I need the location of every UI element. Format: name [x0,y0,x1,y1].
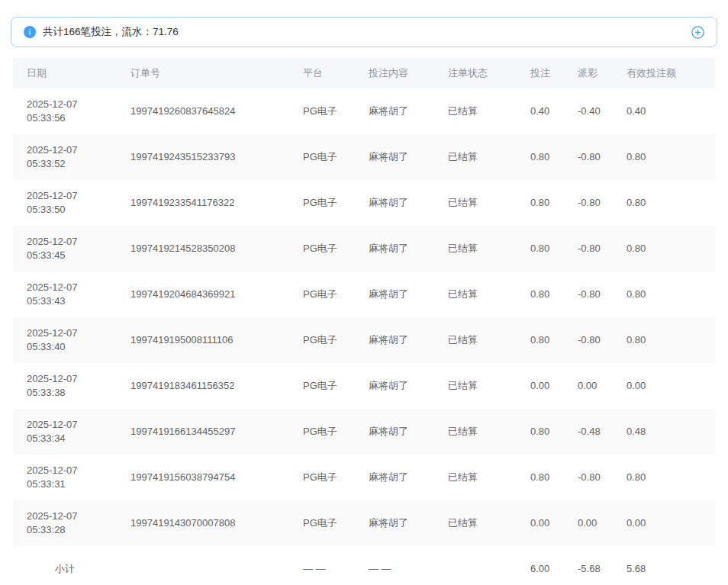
subtotal-row: 小计 — — — — 6.00 -5.68 5.68 [13,546,715,585]
header-content: 投注内容 [355,66,434,80]
table-row: 2025-12-0705:33:311997419156038794754PG电… [13,455,715,500]
cell-bet: 0.00 [517,379,564,393]
cell-date: 2025-12-0705:33:45 [13,235,117,262]
cell-valid: 0.80 [613,150,715,164]
cell-status: 已结算 [434,196,517,210]
cell-valid: 0.80 [613,242,715,256]
cell-status: 已结算 [434,242,517,256]
table-row: 2025-12-0705:33:401997419195008111106PG电… [13,317,715,363]
cell-platform: PG电子 [289,242,355,256]
cell-content: 麻将胡了 [355,379,434,393]
cell-payout: 0.00 [564,379,613,393]
cell-platform: PG电子 [289,288,355,301]
cell-content: 麻将胡了 [355,333,434,347]
expand-plus-icon[interactable] [691,25,704,39]
cell-bet: 0.80 [517,150,564,164]
summary-banner: i 共计166笔投注，流水：71.76 [11,17,717,47]
bets-table: 日期 订单号 平台 投注内容 注单状态 投注 派彩 有效投注额 2025-12-… [13,58,715,585]
table-row: 2025-12-0705:33:521997419243515233793PG电… [13,134,715,180]
cell-order: 1997419243515233793 [117,150,289,164]
table-row: 2025-12-0705:33:431997419204684369921PG电… [13,272,715,317]
cell-payout: -0.80 [564,288,613,301]
cell-valid: 0.48 [613,425,715,439]
cell-order: 1997419143070007808 [117,516,289,530]
cell-order: 1997419260837645824 [117,104,289,118]
subtotal-label: 小计 [13,562,117,576]
cell-valid: 0.80 [613,333,715,347]
cell-status: 已结算 [434,516,517,530]
cell-order: 1997419214528350208 [117,242,289,256]
summary-text: 共计166笔投注，流水：71.76 [43,25,179,39]
cell-content: 麻将胡了 [355,150,434,164]
cell-payout: -0.80 [564,471,613,484]
header-payout: 派彩 [564,66,613,80]
cell-bet: 0.80 [517,471,564,484]
subtotal-valid: 5.68 [613,562,715,576]
table-row: 2025-12-0705:33:561997419260837645824PG电… [13,88,715,134]
header-date: 日期 [13,66,117,80]
cell-status: 已结算 [434,471,517,484]
cell-content: 麻将胡了 [355,425,434,439]
cell-order: 1997419195008111106 [117,333,289,347]
cell-status: 已结算 [434,104,517,118]
cell-status: 已结算 [434,379,517,393]
cell-valid: 0.80 [613,471,715,484]
cell-valid: 0.40 [613,104,715,118]
table-row: 2025-12-0705:33:281997419143070007808PG电… [13,500,715,546]
cell-bet: 0.00 [517,516,564,530]
table-row: 2025-12-0705:33:451997419214528350208PG电… [13,226,715,272]
cell-date: 2025-12-0705:33:31 [13,464,117,491]
cell-date: 2025-12-0705:33:52 [13,143,117,171]
cell-platform: PG电子 [289,333,355,347]
cell-order: 1997419156038794754 [117,471,289,484]
cell-order: 1997419166134455297 [117,425,289,439]
cell-payout: -0.80 [564,333,613,347]
cell-order: 1997419204684369921 [117,288,289,301]
cell-platform: PG电子 [289,425,355,439]
cell-content: 麻将胡了 [355,104,434,118]
cell-date: 2025-12-0705:33:56 [13,98,117,125]
cell-date: 2025-12-0705:33:28 [13,509,117,537]
cell-valid: 0.00 [613,516,715,530]
cell-bet: 0.80 [517,425,564,439]
subtotal-payout: -5.68 [564,562,613,576]
cell-date: 2025-12-0705:33:38 [13,372,117,400]
cell-payout: -0.80 [564,242,613,256]
cell-bet: 0.80 [517,196,564,210]
cell-status: 已结算 [434,150,517,164]
cell-platform: PG电子 [289,379,355,393]
cell-valid: 0.80 [613,196,715,210]
cell-platform: PG电子 [289,196,355,210]
cell-platform: PG电子 [289,104,355,118]
cell-date: 2025-12-0705:33:34 [13,418,117,445]
cell-status: 已结算 [434,333,517,347]
cell-status: 已结算 [434,425,517,439]
cell-platform: PG电子 [289,150,355,164]
table-row: 2025-12-0705:33:341997419166134455297PG电… [13,409,715,455]
cell-bet: 0.80 [517,242,564,256]
header-order: 订单号 [117,66,289,80]
table-body: 2025-12-0705:33:561997419260837645824PG电… [13,88,715,546]
cell-date: 2025-12-0705:33:40 [13,326,117,354]
cell-payout: -0.80 [564,150,613,164]
cell-content: 麻将胡了 [355,242,434,256]
cell-content: 麻将胡了 [355,516,434,530]
cell-status: 已结算 [434,288,517,301]
cell-valid: 0.00 [613,379,715,393]
cell-platform: PG电子 [289,471,355,484]
cell-bet: 0.40 [517,104,564,118]
table-header-row: 日期 订单号 平台 投注内容 注单状态 投注 派彩 有效投注额 [13,58,715,88]
cell-date: 2025-12-0705:33:43 [13,281,117,308]
table-row: 2025-12-0705:33:381997419183461156352PG电… [13,363,715,409]
cell-bet: 0.80 [517,288,564,301]
cell-payout: -0.48 [564,425,613,439]
cell-valid: 0.80 [613,288,715,301]
cell-date: 2025-12-0705:33:50 [13,189,117,217]
subtotal-platform: — — [289,562,355,576]
cell-payout: -0.80 [564,196,613,210]
header-status: 注单状态 [434,66,517,80]
cell-content: 麻将胡了 [355,471,434,484]
table-row: 2025-12-0705:33:501997419233541176322PG电… [13,180,715,226]
header-platform: 平台 [289,66,355,80]
cell-bet: 0.80 [517,333,564,347]
